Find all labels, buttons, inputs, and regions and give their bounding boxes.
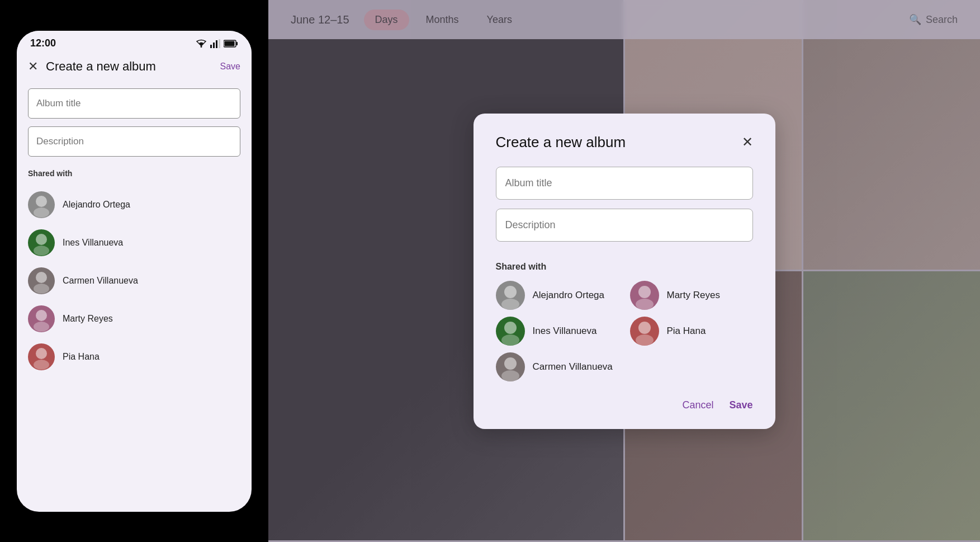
svg-rect-4 [219,39,220,48]
contact-name: Alejandro Ortega [63,200,130,210]
svg-point-25 [636,334,654,346]
svg-point-23 [501,334,519,346]
avatar [630,281,659,310]
svg-point-19 [501,299,519,310]
battery-icon [224,40,238,48]
svg-point-20 [638,286,651,298]
phone-status-bar: 12:00 [17,31,252,54]
svg-rect-2 [213,43,215,48]
svg-rect-6 [236,42,238,45]
wifi-icon [196,39,207,48]
svg-point-24 [638,322,651,334]
desktop-screen: June 12–15 Days Months Years 🔍 Search Cr… [268,0,980,542]
phone-shared-with-label: Shared with [28,169,240,178]
svg-point-22 [504,322,517,334]
phone-close-button[interactable]: ✕ [28,59,38,74]
list-item: Marty Reyes [630,281,753,310]
list-item: Carmen Villanueva [28,262,240,300]
avatar [28,343,55,370]
modal-title: Create a new album [496,134,626,151]
modal-close-button[interactable]: ✕ [742,135,753,149]
modal-footer: Cancel Save [496,399,753,411]
phone-contact-list: Alejandro Ortega Ines Villanueva Carmen … [28,186,240,376]
phone-time: 12:00 [30,37,56,49]
contact-name: Ines Villanueva [63,238,123,248]
contact-name: Pia Hana [667,326,706,337]
list-item: Pia Hana [630,317,753,346]
avatar [496,352,525,381]
svg-point-16 [36,348,47,359]
modal-cancel-button[interactable]: Cancel [682,399,713,411]
svg-point-10 [36,234,47,245]
list-item: Ines Villanueva [496,317,619,346]
avatar [28,229,55,256]
contact-name: Marty Reyes [667,290,720,301]
phone-header: ✕ Create a new album Save [17,54,252,83]
modal-description-input[interactable] [496,209,753,242]
svg-point-8 [36,196,47,207]
list-item: Alejandro Ortega [28,186,240,224]
svg-point-18 [504,286,517,298]
contact-name: Carmen Villanueva [63,276,138,286]
phone-screen: 12:00 ✕ Create a ne [17,31,252,512]
avatar [28,305,55,332]
phone-album-title-input[interactable] [28,88,240,119]
list-item: Pia Hana [28,338,240,376]
avatar [496,317,525,346]
svg-point-12 [36,272,47,283]
svg-point-13 [34,284,49,294]
svg-point-27 [501,370,519,381]
list-item: Alejandro Ortega [496,281,619,310]
contact-name: Marty Reyes [63,314,113,324]
svg-point-26 [504,357,517,370]
contact-name: Pia Hana [63,352,100,362]
phone-save-button[interactable]: Save [220,62,240,72]
avatar [496,281,525,310]
svg-point-9 [34,208,49,218]
avatar [630,317,659,346]
contact-name: Ines Villanueva [533,326,597,337]
phone-status-icons [196,39,238,48]
contact-name: Carmen Villanueva [533,361,613,373]
modal-save-button[interactable]: Save [729,399,752,411]
svg-point-0 [201,46,202,48]
phone-description-input[interactable] [28,126,240,157]
svg-rect-3 [216,40,217,48]
svg-point-21 [636,299,654,310]
phone-content: Shared with Alejandro Ortega Ines Villan… [17,83,252,381]
contact-name: Alejandro Ortega [533,290,605,301]
list-item: Carmen Villanueva [496,352,619,381]
svg-point-15 [34,322,49,332]
svg-point-17 [34,360,49,370]
list-item: Ines Villanueva [28,224,240,262]
avatar [28,267,55,294]
modal-overlay: Create a new album ✕ Shared with Alejand… [268,0,980,542]
phone-title: Create a new album [46,59,220,74]
signal-icon [210,39,220,48]
modal-header: Create a new album ✕ [496,134,753,151]
modal-album-title-input[interactable] [496,167,753,200]
svg-rect-7 [225,41,235,46]
create-album-modal: Create a new album ✕ Shared with Alejand… [474,114,775,429]
modal-shared-with-label: Shared with [496,262,753,272]
modal-contact-grid: Alejandro Ortega Marty Reyes Ines Villan… [496,281,753,381]
avatar [28,191,55,218]
svg-rect-1 [210,45,212,48]
svg-point-11 [34,246,49,256]
svg-point-14 [36,310,47,321]
list-item: Marty Reyes [28,300,240,338]
